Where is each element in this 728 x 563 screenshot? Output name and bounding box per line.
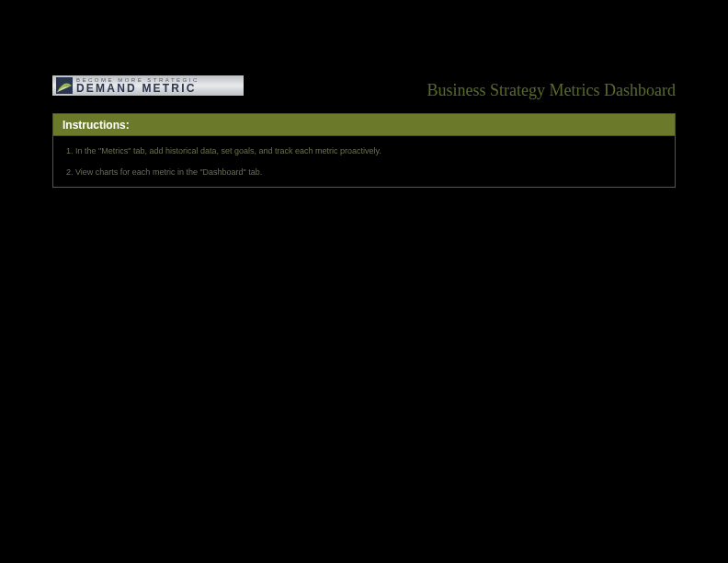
logo-brand: Demand Metric (76, 83, 240, 94)
brand-logo: Become More Strategic Demand Metric (52, 75, 244, 96)
instructions-body: 1. In the "Metrics" tab, add historical … (52, 136, 676, 188)
page: Become More Strategic Demand Metric Busi… (0, 0, 728, 563)
logo-swoosh-icon (56, 77, 73, 94)
instructions-header-bar: Instructions: (52, 113, 676, 136)
instruction-line: 2. View charts for each metric in the "D… (66, 167, 662, 178)
logo-text-block: Become More Strategic Demand Metric (76, 77, 240, 94)
page-title: Business Strategy Metrics Dashboard (427, 81, 676, 100)
instructions-header-label: Instructions: (63, 119, 130, 132)
instruction-line: 1. In the "Metrics" tab, add historical … (66, 145, 662, 157)
